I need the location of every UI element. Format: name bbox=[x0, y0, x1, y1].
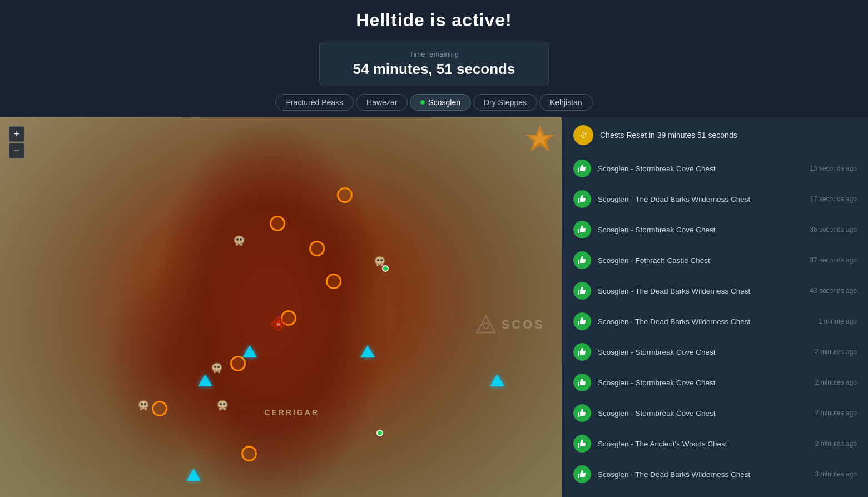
map-city-label: CERRIGAR bbox=[264, 408, 319, 417]
activity-thumbs-up-icon bbox=[573, 312, 591, 330]
event-marker-4[interactable] bbox=[135, 397, 152, 415]
activity-time: 2 minutes ago bbox=[815, 440, 857, 448]
player-marker-2 bbox=[376, 430, 383, 436]
activity-thumbs-up-icon bbox=[573, 404, 591, 422]
portal-marker-1[interactable] bbox=[241, 343, 258, 360]
event-marker-1[interactable] bbox=[230, 232, 248, 250]
tab-kehjistan[interactable]: Kehjistan bbox=[539, 94, 593, 111]
svg-point-27 bbox=[220, 403, 222, 405]
svg-point-28 bbox=[223, 403, 225, 405]
zone-tabs: Fractured Peaks Hawezar Scosglen Dry Ste… bbox=[0, 94, 868, 117]
event-marker-main[interactable]: ☠ bbox=[270, 315, 287, 332]
activity-item: Scosglen - The Ancient's Woods Chest2 mi… bbox=[562, 429, 868, 459]
svg-rect-5 bbox=[236, 243, 238, 246]
timer-box: Time remaining 54 minutes, 51 seconds bbox=[319, 43, 549, 85]
portal-marker-3[interactable] bbox=[359, 343, 376, 360]
activity-time: 2 minutes ago bbox=[815, 379, 857, 386]
svg-point-3 bbox=[483, 323, 489, 329]
activity-sidebar: ⏱ Chests Reset in 39 minutes 51 seconds … bbox=[562, 117, 868, 497]
svg-point-13 bbox=[380, 259, 383, 261]
tab-hawezar-label: Hawezar bbox=[366, 98, 397, 107]
svg-marker-2 bbox=[477, 316, 495, 332]
map-terrain-overlay bbox=[0, 117, 562, 497]
zoom-in-button[interactable]: + bbox=[9, 126, 24, 142]
portal-triangle-1 bbox=[242, 345, 257, 357]
chest-reset-icon: ⏱ bbox=[573, 125, 593, 145]
event-marker-3[interactable] bbox=[208, 360, 226, 377]
svg-point-8 bbox=[240, 238, 242, 241]
portal-triangle-3 bbox=[360, 345, 375, 357]
svg-rect-25 bbox=[219, 407, 221, 410]
chest-reset-banner: ⏱ Chests Reset in 39 minutes 51 seconds bbox=[562, 117, 868, 153]
activity-text: Scosglen - Fothrach Castle Chest bbox=[598, 256, 803, 265]
activity-text: Scosglen - Stormbreak Cove Chest bbox=[598, 409, 809, 418]
map-region-label: SCOS bbox=[476, 315, 545, 335]
map-emblem bbox=[526, 125, 554, 153]
activity-item: Scosglen - The Dead Barks Wilderness Che… bbox=[562, 459, 868, 490]
activity-time: 43 seconds ago bbox=[810, 287, 857, 295]
activity-time: 3 minutes ago bbox=[815, 470, 857, 478]
portal-triangle-5 bbox=[186, 469, 201, 481]
page-title: Helltide is active! bbox=[0, 10, 868, 31]
activity-item: Scosglen - Stormbreak Cove Chest36 secon… bbox=[562, 215, 868, 245]
activity-time: 36 seconds ago bbox=[810, 226, 857, 233]
tab-dry-steppes-label: Dry Steppes bbox=[484, 98, 527, 107]
svg-rect-26 bbox=[224, 407, 226, 410]
activity-time: 17 seconds ago bbox=[810, 195, 857, 203]
activity-time: 1 minute ago bbox=[819, 317, 857, 325]
activity-thumbs-up-icon bbox=[573, 343, 591, 361]
chest-marker-1[interactable] bbox=[337, 187, 353, 203]
chest-marker-6[interactable] bbox=[230, 356, 246, 371]
portal-marker-5[interactable] bbox=[185, 466, 202, 483]
activity-time: 2 minutes ago bbox=[815, 348, 857, 356]
activity-list: Scosglen - Stormbreak Cove Chest13 secon… bbox=[562, 153, 868, 490]
activity-thumbs-up-icon bbox=[573, 160, 591, 177]
svg-rect-10 bbox=[376, 264, 379, 266]
map-area[interactable]: + − SCOS CERRIGAR bbox=[0, 117, 562, 497]
activity-item: Scosglen - The Dead Barks Wilderness Che… bbox=[562, 306, 868, 337]
tab-fractured-peaks[interactable]: Fractured Peaks bbox=[275, 94, 354, 111]
activity-item: Scosglen - Stormbreak Cove Chest2 minute… bbox=[562, 367, 868, 398]
activity-item: Scosglen - The Dead Barks Wilderness Che… bbox=[562, 276, 868, 306]
tab-hawezar[interactable]: Hawezar bbox=[356, 94, 408, 111]
chest-marker-2[interactable] bbox=[270, 216, 285, 231]
activity-text: Scosglen - The Dead Barks Wilderness Che… bbox=[598, 470, 809, 479]
timer-label: Time remaining bbox=[353, 50, 515, 58]
tab-fractured-peaks-label: Fractured Peaks bbox=[286, 98, 343, 107]
activity-text: Scosglen - Stormbreak Cove Chest bbox=[598, 379, 809, 387]
activity-text: Scosglen - The Dead Barks Wilderness Che… bbox=[598, 317, 812, 326]
activity-text: Scosglen - Stormbreak Cove Chest bbox=[598, 165, 803, 173]
svg-point-23 bbox=[144, 403, 146, 405]
svg-text:☠: ☠ bbox=[276, 321, 281, 326]
activity-text: Scosglen - The Dead Barks Wilderness Che… bbox=[598, 287, 803, 295]
zoom-out-button[interactable]: − bbox=[9, 143, 24, 158]
portal-triangle-4 bbox=[490, 374, 504, 386]
svg-point-7 bbox=[236, 238, 239, 241]
activity-item: Scosglen - The Dead Barks Wilderness Che… bbox=[562, 184, 868, 215]
activity-thumbs-up-icon bbox=[573, 221, 591, 238]
activity-time: 37 seconds ago bbox=[810, 256, 857, 264]
tab-dry-steppes[interactable]: Dry Steppes bbox=[473, 94, 537, 111]
event-marker-5[interactable] bbox=[214, 397, 231, 415]
chest-marker-3[interactable] bbox=[309, 241, 325, 256]
activity-item: Scosglen - Stormbreak Cove Chest13 secon… bbox=[562, 153, 868, 184]
activity-time: 2 minutes ago bbox=[815, 409, 857, 417]
svg-point-12 bbox=[377, 259, 379, 261]
chest-marker-7[interactable] bbox=[152, 401, 167, 416]
svg-text:⏱: ⏱ bbox=[580, 131, 587, 140]
activity-thumbs-up-icon bbox=[573, 435, 591, 453]
tab-scosglen-label: Scosglen bbox=[428, 98, 460, 107]
activity-item: Scosglen - Stormbreak Cove Chest2 minute… bbox=[562, 398, 868, 429]
svg-rect-15 bbox=[214, 370, 216, 373]
chest-marker-4[interactable] bbox=[326, 274, 341, 289]
activity-thumbs-up-icon bbox=[573, 282, 591, 300]
player-marker bbox=[382, 265, 389, 272]
svg-rect-6 bbox=[240, 243, 242, 246]
activity-text: Scosglen - The Ancient's Woods Chest bbox=[598, 440, 809, 448]
activity-thumbs-up-icon bbox=[573, 190, 591, 208]
activity-text: Scosglen - The Dead Barks Wilderness Che… bbox=[598, 195, 803, 203]
portal-marker-4[interactable] bbox=[489, 372, 505, 389]
svg-rect-21 bbox=[145, 407, 147, 410]
tab-scosglen[interactable]: Scosglen bbox=[410, 94, 471, 111]
activity-time: 13 seconds ago bbox=[810, 165, 857, 172]
